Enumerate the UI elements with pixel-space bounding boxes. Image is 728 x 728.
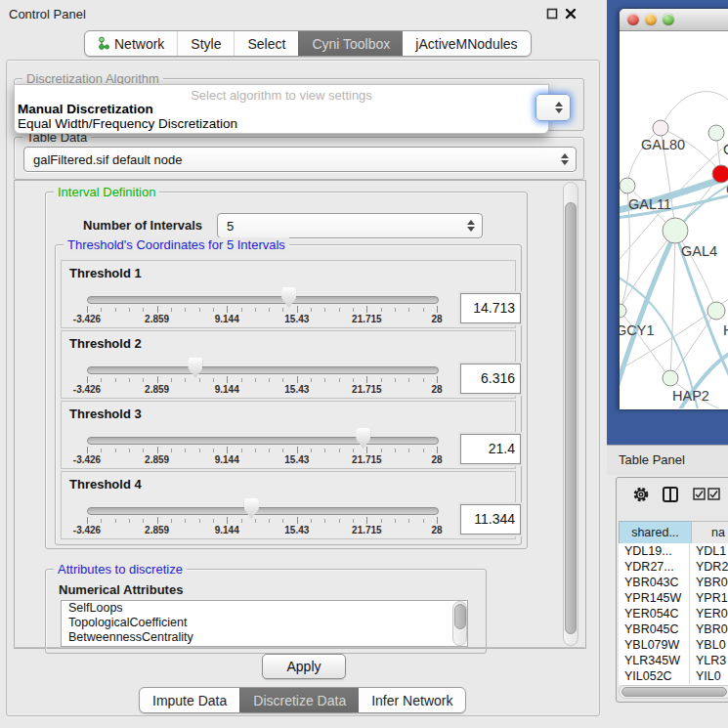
apply-button[interactable]: Apply	[262, 654, 346, 679]
table-row[interactable]: YBR045CYBR0	[619, 621, 728, 637]
threshold-slider-track[interactable]	[87, 507, 439, 515]
tick-mark	[87, 517, 88, 524]
tab-jactivemnodules[interactable]: jActiveMNodules	[403, 31, 530, 56]
threshold-slider-thumb[interactable]	[244, 498, 259, 519]
attribute-list-item[interactable]: TopologicalCoefficient	[62, 616, 467, 630]
table-column-header-shared[interactable]: shared...	[619, 521, 692, 544]
network-node-gcy1[interactable]	[620, 304, 626, 318]
checkbox-icon[interactable]	[707, 488, 720, 500]
cell-name[interactable]: YIL0	[690, 668, 728, 684]
table-row[interactable]: YDR27...YDR2	[619, 559, 728, 575]
threshold-value-field[interactable]: 14.713	[460, 293, 521, 323]
cell-shared-name[interactable]: YPR145W	[619, 590, 690, 606]
table-horizontal-scrollbar[interactable]	[619, 685, 728, 699]
num-intervals-combobox[interactable]: 5	[217, 213, 483, 238]
tick-mark	[157, 306, 158, 313]
checkbox-icon[interactable]	[693, 488, 706, 500]
table-column-header-name[interactable]: na	[691, 521, 728, 544]
cell-name[interactable]: YDR2	[690, 559, 728, 575]
scrollbar-thumb[interactable]	[454, 604, 466, 629]
tick-mark	[408, 308, 409, 312]
table-row[interactable]: YBL079WYBL0	[619, 637, 728, 653]
scrollbar-thumb[interactable]	[565, 202, 577, 634]
threshold-slider-track[interactable]	[87, 296, 439, 304]
network-edge[interactable]	[670, 231, 675, 378]
tab-discretize-data[interactable]: Discretize Data	[239, 688, 359, 712]
network-node-hap2[interactable]	[663, 370, 678, 386]
gear-icon[interactable]	[632, 486, 650, 503]
split-columns-icon[interactable]	[662, 486, 679, 503]
cell-shared-name[interactable]: YLR345W	[619, 653, 690, 668]
threshold-slider-thumb[interactable]	[188, 358, 202, 378]
table-body[interactable]: YDL19...YDL1YDR27...YDR2YBR043CYBR0YPR14…	[619, 543, 728, 685]
algorithm-option-equal-width[interactable]: Equal Width/Frequency Discretization	[18, 116, 237, 131]
cell-shared-name[interactable]: YDR27...	[619, 559, 690, 575]
network-node-gal80[interactable]	[653, 120, 668, 136]
cell-name[interactable]: YBL0	[690, 637, 728, 653]
table-row[interactable]: YBR043CYBR0	[619, 575, 728, 590]
close-icon[interactable]	[564, 7, 578, 21]
attributes-list-scrollbar[interactable]	[452, 601, 467, 646]
settings-vertical-scrollbar[interactable]	[563, 182, 578, 646]
algorithm-combobox[interactable]	[535, 94, 571, 121]
table-row[interactable]: YIL052CYIL0	[619, 668, 728, 684]
threshold-value-field[interactable]: 11.344	[460, 504, 521, 535]
tick-mark	[213, 308, 214, 312]
table-row[interactable]: YER054CYER0	[619, 606, 728, 621]
threshold-value-field[interactable]: 21.4	[460, 434, 521, 464]
cell-shared-name[interactable]: YBR043C	[619, 575, 690, 590]
network-edge[interactable]	[620, 311, 670, 378]
tab-cyni-toolbox[interactable]: Cyni Toolbox	[298, 31, 403, 56]
threshold-slider-thumb[interactable]	[281, 287, 296, 308]
cell-name[interactable]: YDL1	[690, 543, 728, 559]
tab-select[interactable]: Select	[234, 31, 298, 56]
scrollbar-thumb[interactable]	[621, 687, 727, 697]
tick-mark	[255, 378, 256, 382]
tick-mark	[423, 378, 424, 382]
cell-shared-name[interactable]: YER054C	[619, 606, 690, 621]
network-window-titlebar[interactable]	[620, 9, 728, 31]
tab-infer-network[interactable]: Infer Network	[359, 688, 465, 712]
cell-name[interactable]: YPR1	[690, 590, 728, 606]
cell-name[interactable]: YLR3	[690, 653, 728, 668]
close-traffic-icon[interactable]	[627, 14, 639, 25]
table-data-combobox[interactable]: galFiltered.sif default node	[23, 147, 577, 172]
table-row[interactable]: YPR145WYPR1	[619, 590, 728, 606]
minimize-traffic-icon[interactable]	[645, 14, 657, 25]
network-node-c[interactable]	[712, 165, 728, 183]
tick-mark	[366, 306, 367, 313]
zoom-traffic-icon[interactable]	[663, 14, 674, 25]
tick-mark	[269, 308, 270, 312]
tab-network[interactable]: Network	[85, 31, 177, 56]
tick-mark	[199, 449, 200, 452]
numerical-attributes-list[interactable]: SelfLoopsTopologicalCoefficientBetweenne…	[61, 600, 468, 647]
threshold-slider-track[interactable]	[87, 366, 439, 374]
cell-shared-name[interactable]: YDL19...	[619, 543, 690, 559]
network-node-gal11[interactable]	[620, 178, 635, 193]
network-node-h[interactable]	[707, 302, 725, 320]
cell-shared-name[interactable]: YBL079W	[619, 637, 690, 653]
network-edge[interactable]	[661, 92, 728, 128]
tab-style[interactable]: Style	[177, 31, 234, 56]
table-row[interactable]: YDL19...YDL1	[619, 543, 728, 559]
cell-name[interactable]: YBR0	[690, 621, 728, 637]
threshold-slider-track[interactable]	[87, 437, 439, 445]
threshold-slider-thumb[interactable]	[356, 428, 370, 449]
combo-arrows-icon	[463, 220, 479, 232]
float-window-icon[interactable]	[545, 7, 559, 21]
threshold-value-field[interactable]: 6.316	[460, 364, 521, 394]
attribute-list-item[interactable]: SelfLoops	[62, 601, 467, 616]
network-canvas[interactable]: GAL80GACGAL11GAL4GCY1HHAP2	[620, 30, 728, 408]
cell-shared-name[interactable]: YBR045C	[619, 621, 690, 637]
cell-name[interactable]: YBR0	[690, 575, 728, 590]
cell-shared-name[interactable]: YIL052C	[619, 668, 690, 684]
tick-mark	[171, 378, 172, 382]
tab-impute-data[interactable]: Impute Data	[140, 688, 239, 712]
cell-name[interactable]: YER0	[690, 606, 728, 621]
tick-mark	[255, 519, 256, 523]
network-node-gal4[interactable]	[663, 218, 688, 243]
algorithm-option-manual[interactable]: Manual Discretization	[18, 102, 153, 116]
table-row[interactable]: YLR345WYLR3	[619, 653, 728, 668]
attribute-list-item[interactable]: BetweennessCentrality	[62, 630, 467, 645]
network-node-ga[interactable]	[708, 125, 724, 141]
